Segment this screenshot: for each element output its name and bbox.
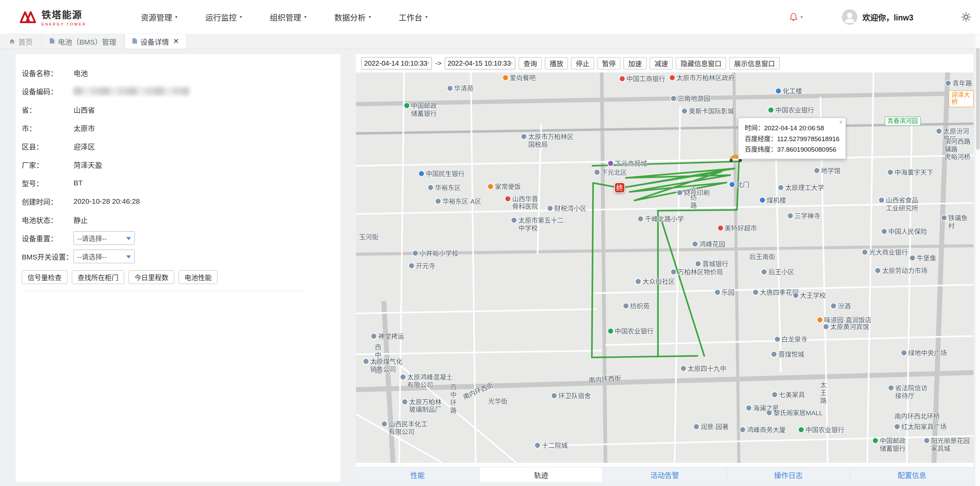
nav-menu-3[interactable]: 数据分析▾	[334, 11, 371, 23]
map-label-text: 白龙泉寺	[782, 336, 808, 344]
device-fields: 设备名称：电池设备编码：省：山西省市：太原市区县：迎泽区厂家：菏泽天盈型号：BT…	[16, 54, 340, 265]
close-icon[interactable]: ×	[839, 118, 843, 126]
poi-icon	[894, 424, 900, 429]
map-label: 后王南街	[749, 253, 775, 261]
map-label: 中国农业银行	[608, 328, 654, 336]
map-label: 煤机楼	[760, 197, 786, 205]
start-time-input[interactable]: 2022-04-14 10:10:33	[361, 57, 432, 69]
map-toolbar-button-1[interactable]: 播放	[545, 57, 568, 69]
map-label-text: 光华街	[488, 398, 508, 406]
field-value: 迎泽区	[73, 141, 95, 151]
avatar[interactable]	[842, 9, 858, 25]
poi-icon	[718, 226, 723, 230]
nav-menu-2[interactable]: 组织管理▾	[270, 11, 307, 23]
map-toolbar-button-5[interactable]: 减速	[649, 57, 673, 69]
map-label-text: 牛堡像	[917, 255, 936, 262]
field-select[interactable]: --请选择--	[73, 249, 135, 263]
map-label: 华裕东区·A区	[436, 198, 481, 206]
map-label: 太原煤气化 销售公司	[363, 358, 402, 374]
notifications-button[interactable]: ▾	[789, 12, 803, 22]
map-label-text: 纺织苑	[630, 303, 649, 311]
map-toolbar-button-2[interactable]: 停止	[571, 57, 594, 69]
map-label-text: 汾酒	[838, 303, 851, 311]
map-toolbar-buttons: 查询播放停止暂停加速减速隐藏信息窗口展示信息窗口	[519, 57, 780, 69]
map-toolbar-button-3[interactable]: 暂停	[597, 57, 620, 69]
poi-icon	[595, 170, 600, 175]
map-label: 华清苑	[447, 85, 474, 93]
bottom-tab-2[interactable]: 活动告警	[603, 467, 727, 482]
map-toolbar-button-7[interactable]: 展示信息窗口	[729, 57, 780, 69]
scrollbar-thumb[interactable]	[976, 48, 980, 150]
bottom-tab-3[interactable]: 操作日志	[727, 467, 850, 482]
device-field-row: 省：山西省	[16, 100, 340, 119]
breadcrumb-tab-0[interactable]: 电池（BMS）管理	[41, 34, 124, 49]
map-label: 千峰北路小学	[638, 216, 684, 224]
close-icon[interactable]: ×	[173, 37, 179, 46]
map-label: 中国民生银行	[419, 170, 465, 178]
map-label-text: 千峰北路小学	[645, 216, 684, 224]
poi-icon	[511, 218, 517, 223]
home-label: 首页	[18, 37, 33, 47]
bottom-tab-1[interactable]: 轨迹	[479, 467, 603, 482]
map-label: 山西华晋 骨科医院	[505, 195, 538, 211]
poi-icon	[363, 359, 369, 364]
map-label-text: 奥斯卡国际影城	[689, 108, 734, 116]
poi-icon	[488, 184, 493, 189]
map-label-text: 中国农业银行	[615, 328, 654, 336]
document-icon	[132, 37, 137, 46]
poi-icon	[715, 290, 720, 295]
bottom-tab-4[interactable]: 配置信息	[850, 467, 974, 482]
header-right: ▾ 欢迎你，linw3	[789, 9, 971, 25]
poi-icon	[409, 263, 414, 268]
map-label-text: 化工楼	[783, 88, 802, 95]
breadcrumb-tab-1[interactable]: 设备详情×	[124, 34, 187, 49]
poi-icon	[401, 375, 406, 380]
nav-menu-0[interactable]: 资源管理▾	[141, 11, 178, 23]
calendar-icon[interactable]	[427, 60, 429, 67]
bottom-tab-0[interactable]: 性能	[356, 467, 479, 482]
action-button-0[interactable]: 信号量检查	[22, 270, 67, 284]
nav-menu-1[interactable]: 运行监控▾	[205, 11, 242, 23]
map-label: 纺织苑	[624, 303, 649, 311]
poi-icon	[831, 303, 836, 308]
map-label-text: 财税印刷	[684, 189, 710, 197]
map-label-text: 华裕东区	[435, 184, 461, 192]
map-label: 南内环西北环桥	[894, 413, 940, 421]
map-label: 太原黄河宾馆	[824, 324, 869, 331]
map-toolbar-button-0[interactable]: 查询	[519, 57, 542, 69]
action-button-2[interactable]: 今日里程数	[129, 270, 174, 284]
poi-icon	[608, 161, 613, 166]
map-label-text: 太原鸿峰混凝土 有限公司	[407, 374, 453, 389]
action-button-3[interactable]: 电池性能	[179, 270, 218, 284]
map-label: 省法院信访 接待厅	[888, 384, 928, 400]
map-label: 青年路	[946, 80, 972, 88]
map-toolbar-button-6[interactable]: 隐藏信息窗口	[676, 57, 726, 69]
nav-menu-4[interactable]: 工作台▾	[399, 11, 428, 23]
map-label-text: 大王学校	[800, 292, 826, 300]
chevron-down-icon	[126, 237, 131, 243]
map-label-text: 晋煤悦城	[778, 351, 804, 359]
poi-icon	[638, 216, 643, 221]
map-label: 下元北区	[595, 169, 627, 177]
map-label-text: 美特好超市	[725, 225, 757, 233]
calendar-icon[interactable]	[511, 60, 512, 67]
map-canvas[interactable]: 华清苑爱尚餐吧中国工商银行太原市万柏林区政府三角地游园化工楼青年路迎泽大桥中国邮…	[356, 72, 974, 463]
map-label-text: 太原市万柏林区政府	[676, 75, 735, 82]
map-label-text: 环卫队宿舍	[558, 392, 591, 400]
map-toolbar-button-4[interactable]: 加速	[624, 57, 646, 69]
map-label: 太原劳动力市场	[875, 267, 927, 275]
map-label: 青春滨河园	[885, 117, 921, 126]
tab-label: 设备详情	[140, 37, 169, 47]
chevron-down-icon: ▾	[175, 14, 178, 19]
field-select[interactable]: --请选择--	[73, 231, 135, 245]
settings-button[interactable]	[961, 12, 971, 22]
scrollbar[interactable]	[975, 34, 980, 486]
poi-icon	[552, 393, 557, 398]
field-label: 电池状态：	[22, 214, 73, 225]
map-label: 晋煤悦城	[772, 351, 804, 359]
user-icon	[842, 9, 858, 25]
action-button-1[interactable]: 查找所在柜门	[72, 270, 124, 284]
poi-icon	[776, 89, 781, 94]
end-time-input[interactable]: 2022-04-15 10:10:33	[445, 57, 515, 69]
home-tab[interactable]: 首页	[0, 34, 41, 49]
